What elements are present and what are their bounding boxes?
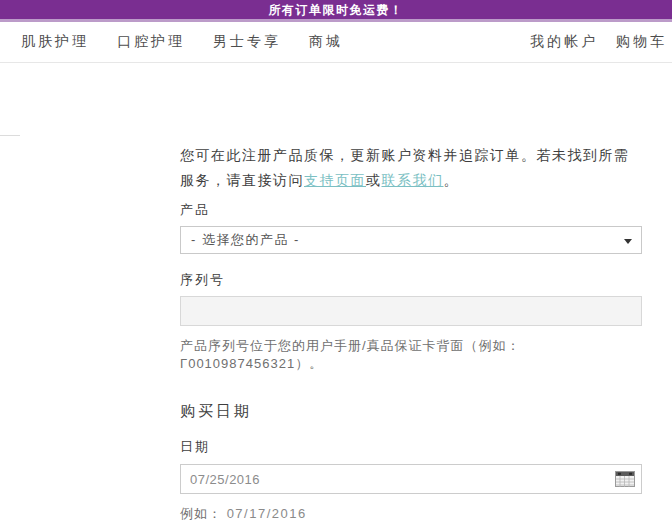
purchase-date-heading: 购买日期 xyxy=(180,402,642,421)
serial-input[interactable] xyxy=(180,296,642,326)
left-divider-stub xyxy=(0,135,20,136)
date-field xyxy=(180,464,642,494)
top-nav: 肌肤护理 口腔护理 男士专享 商城 我的帐户 购物车 xyxy=(0,22,672,63)
chevron-down-icon xyxy=(624,239,632,244)
support-page-link[interactable]: 支持页面 xyxy=(304,172,366,188)
nav-item-mens[interactable]: 男士专享 xyxy=(213,33,281,51)
date-example-prefix: 例如： xyxy=(180,506,222,521)
date-input[interactable] xyxy=(180,464,642,494)
date-example-text: 例如： 07/17/2016 xyxy=(180,505,642,523)
intro-period: 。 xyxy=(444,172,460,188)
nav-item-oral-care[interactable]: 口腔护理 xyxy=(117,33,185,51)
nav-item-my-account[interactable]: 我的帐户 xyxy=(530,33,598,51)
calendar-icon[interactable] xyxy=(615,471,635,487)
nav-item-mall[interactable]: 商城 xyxy=(309,33,343,51)
contact-us-link[interactable]: 联系我们 xyxy=(382,172,444,188)
date-example-value: 07/17/2016 xyxy=(227,506,307,521)
serial-label: 序列号 xyxy=(180,271,642,289)
intro-conjunction: 或 xyxy=(366,172,382,188)
serial-help-text: 产品序列号位于您的用户手册/真品保证卡背面（例如：Γ0010987456321）… xyxy=(180,337,642,373)
product-select-value: - 选择您的产品 - xyxy=(191,231,300,249)
product-select[interactable]: - 选择您的产品 - xyxy=(180,226,642,254)
registration-form-section: 您可在此注册产品质保，更新账户资料并追踪订单。若未找到所需服务，请直接访问支持页… xyxy=(180,143,642,528)
promo-banner: 所有订单限时免运费！ xyxy=(0,0,672,22)
promo-banner-text: 所有订单限时免运费！ xyxy=(269,4,404,16)
date-label: 日期 xyxy=(180,438,642,456)
nav-item-cart[interactable]: 购物车 xyxy=(616,33,667,51)
intro-paragraph: 您可在此注册产品质保，更新账户资料并追踪订单。若未找到所需服务，请直接访问支持页… xyxy=(180,143,642,193)
nav-item-skin-care[interactable]: 肌肤护理 xyxy=(21,33,89,51)
product-label: 产品 xyxy=(180,201,642,219)
